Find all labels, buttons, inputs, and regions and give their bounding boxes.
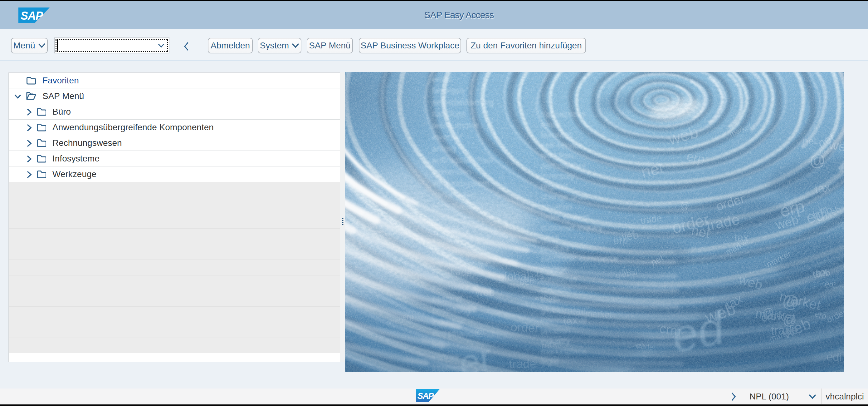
svg-text:SAP: SAP: [21, 9, 43, 22]
svg-text:SAP: SAP: [417, 391, 434, 401]
